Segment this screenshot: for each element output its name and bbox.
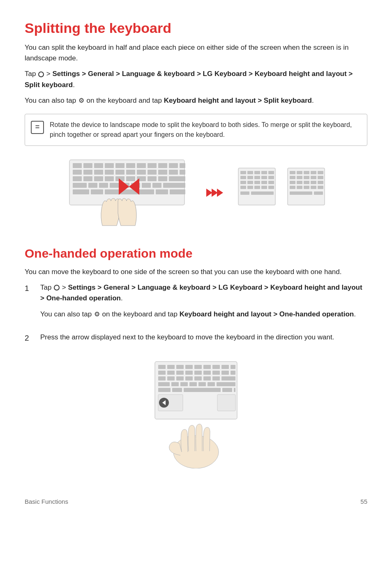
svg-rect-46	[170, 189, 185, 194]
note-text: Rotate the device to landscape mode to s…	[50, 120, 360, 140]
svg-rect-78	[304, 171, 309, 174]
svg-rect-134	[184, 388, 221, 392]
svg-rect-24	[83, 176, 92, 181]
section1-highlight1: Keyboard height and layout	[255, 70, 347, 78]
svg-rect-68	[240, 186, 246, 189]
svg-rect-19	[148, 170, 157, 175]
svg-rect-95	[318, 186, 323, 189]
svg-rect-45	[156, 189, 168, 194]
svg-rect-105	[212, 365, 220, 369]
svg-rect-88	[304, 181, 309, 184]
svg-rect-118	[167, 376, 175, 380]
svg-rect-1	[73, 163, 82, 168]
svg-rect-53	[240, 171, 246, 174]
svg-rect-107	[231, 365, 235, 369]
home-circle-icon-2	[54, 285, 60, 291]
svg-rect-109	[167, 371, 175, 375]
svg-rect-94	[311, 186, 316, 189]
svg-rect-122	[203, 376, 211, 380]
svg-rect-65	[254, 181, 260, 184]
svg-rect-101	[176, 365, 184, 369]
svg-rect-34	[88, 183, 97, 188]
svg-rect-90	[318, 181, 323, 184]
svg-rect-135	[222, 388, 232, 392]
svg-rect-73	[240, 191, 249, 195]
svg-rect-72	[268, 186, 274, 189]
svg-rect-64	[247, 181, 253, 184]
svg-marker-50	[212, 189, 218, 197]
svg-rect-113	[203, 371, 211, 375]
svg-rect-79	[311, 171, 316, 174]
svg-rect-2	[83, 163, 92, 168]
svg-rect-18	[137, 170, 146, 175]
svg-rect-55	[254, 171, 260, 174]
svg-rect-106	[221, 365, 229, 369]
svg-rect-91	[290, 186, 295, 189]
svg-rect-76	[290, 171, 295, 174]
svg-rect-54	[247, 171, 253, 174]
page-footer: Basic Functions 55	[25, 493, 367, 507]
svg-rect-33	[73, 183, 87, 188]
svg-marker-51	[217, 189, 223, 197]
svg-rect-102	[185, 365, 193, 369]
svg-rect-21	[169, 170, 178, 175]
svg-rect-129	[198, 382, 206, 386]
section1-intro: You can split the keyboard in half and p…	[25, 42, 367, 64]
section2-intro: You can move the keyboard to one side of…	[25, 267, 367, 277]
gear-icon-2: ⚙︎	[94, 309, 100, 320]
home-circle-icon	[38, 71, 44, 77]
svg-marker-49	[206, 189, 212, 197]
svg-rect-133	[172, 388, 182, 392]
svg-rect-20	[158, 170, 167, 175]
svg-rect-16	[115, 170, 125, 175]
svg-rect-126	[171, 382, 179, 386]
svg-rect-77	[297, 171, 302, 174]
svg-rect-85	[318, 176, 323, 179]
svg-rect-114	[212, 371, 220, 375]
svg-rect-5	[115, 163, 125, 168]
svg-rect-4	[105, 163, 114, 168]
svg-rect-103	[194, 365, 202, 369]
svg-rect-138	[217, 394, 235, 411]
svg-rect-43	[91, 189, 103, 194]
svg-rect-123	[212, 376, 220, 380]
svg-rect-17	[126, 170, 135, 175]
step-1-number: 1	[25, 283, 34, 295]
step-2-instruction: Press the arrow displayed next to the ke…	[40, 332, 367, 343]
svg-rect-25	[94, 176, 103, 181]
svg-rect-8	[148, 163, 157, 168]
svg-rect-11	[180, 163, 185, 168]
svg-rect-32	[169, 176, 185, 181]
note-icon: =	[31, 121, 44, 134]
svg-rect-58	[240, 176, 246, 179]
svg-rect-80	[318, 171, 323, 174]
svg-rect-93	[304, 186, 309, 189]
svg-rect-7	[137, 163, 146, 168]
svg-rect-84	[311, 176, 316, 179]
step-2-number: 2	[25, 332, 34, 344]
split-keyboard-left-svg	[65, 156, 193, 230]
svg-rect-61	[261, 176, 267, 179]
svg-rect-125	[158, 382, 170, 386]
svg-rect-12	[73, 170, 82, 175]
steps-list: 1 Tap > Settings > General > Language & …	[25, 282, 367, 348]
svg-rect-70	[254, 186, 260, 189]
svg-rect-92	[297, 186, 302, 189]
svg-rect-30	[148, 176, 157, 181]
svg-rect-130	[208, 382, 215, 386]
svg-rect-100	[167, 365, 175, 369]
svg-rect-99	[158, 365, 166, 369]
svg-rect-131	[217, 382, 235, 386]
svg-rect-63	[240, 181, 246, 184]
svg-rect-111	[185, 371, 193, 375]
svg-rect-10	[169, 163, 178, 168]
svg-rect-31	[158, 176, 167, 181]
svg-rect-59	[247, 176, 253, 179]
svg-rect-22	[180, 170, 185, 175]
svg-rect-74	[251, 191, 274, 195]
svg-rect-26	[105, 176, 114, 181]
svg-rect-15	[105, 170, 114, 175]
svg-rect-66	[261, 181, 267, 184]
svg-rect-14	[94, 170, 103, 175]
svg-rect-110	[176, 371, 184, 375]
